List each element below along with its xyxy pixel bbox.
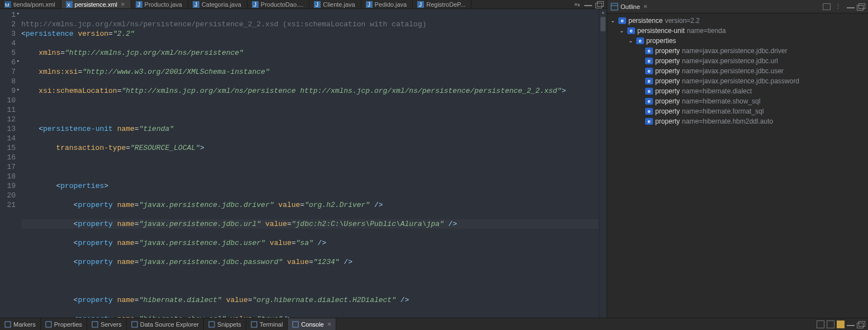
pin-console-icon[interactable] bbox=[817, 320, 824, 328]
element-icon: e bbox=[645, 108, 653, 115]
outline-node[interactable]: eproperty name=javax.persistence.jdbc.us… bbox=[609, 66, 866, 76]
editor-tab-label: Producto.java bbox=[145, 1, 182, 8]
scroll-thumb[interactable] bbox=[600, 17, 605, 31]
editor-tab[interactable]: JPedido.java bbox=[361, 0, 413, 8]
scroll-up-icon[interactable]: ▴ bbox=[599, 9, 607, 17]
chevron-down-icon[interactable]: ⌄ bbox=[618, 27, 625, 34]
outline-node-name: property bbox=[655, 117, 680, 125]
svg-text:X: X bbox=[67, 2, 70, 8]
hint-text: http://xmlns.jcp.org/xml/ns/persistence/… bbox=[21, 20, 427, 29]
svg-rect-24 bbox=[5, 322, 11, 327]
java-file-icon: J bbox=[252, 1, 259, 8]
view-menu-icon[interactable]: ⋮ bbox=[833, 3, 843, 10]
svg-text:J: J bbox=[419, 2, 422, 8]
editor-tab[interactable]: JRegistroDeP... bbox=[413, 0, 471, 8]
minimize-icon[interactable] bbox=[584, 3, 592, 6]
minimize-icon[interactable] bbox=[847, 323, 855, 326]
outline-node[interactable]: eproperty name=javax.persistence.jdbc.ur… bbox=[609, 56, 866, 66]
cons-icon bbox=[292, 321, 299, 328]
outline-node[interactable]: ⌄eproperties bbox=[609, 36, 866, 46]
outline-node[interactable]: ⌄epersistence version=2.2 bbox=[609, 16, 866, 26]
java-file-icon: J bbox=[314, 1, 321, 8]
view-tab-terminal[interactable]: Terminal bbox=[246, 318, 288, 330]
maven-file-icon: M bbox=[4, 1, 11, 8]
view-tab-markers[interactable]: Markers bbox=[0, 318, 41, 330]
minimize-icon[interactable] bbox=[847, 5, 855, 8]
code-editor[interactable]: 1▾ 2 3 4 5 6▾ 7 8 9▾ 10 11 12 13 14 15 1… bbox=[0, 9, 607, 330]
outline-node[interactable]: eproperty name=hibernate.format_sql bbox=[609, 106, 866, 116]
svg-rect-25 bbox=[46, 322, 51, 327]
restore-icon[interactable] bbox=[857, 321, 865, 328]
outline-tree[interactable]: ⌄epersistence version=2.2⌄epersistence-u… bbox=[607, 13, 868, 330]
outline-toolbar-icon[interactable] bbox=[823, 3, 831, 10]
close-icon[interactable]: × bbox=[643, 2, 648, 11]
chevron-down-icon[interactable]: ⌄ bbox=[627, 37, 634, 44]
svg-rect-29 bbox=[251, 322, 257, 327]
view-tab-label: Data Source Explorer bbox=[140, 321, 199, 328]
tree-spacer bbox=[636, 98, 643, 105]
java-file-icon: J bbox=[136, 1, 142, 8]
element-icon: e bbox=[618, 17, 626, 24]
view-tab-properties[interactable]: Properties bbox=[41, 318, 87, 330]
close-icon[interactable]: × bbox=[327, 320, 332, 328]
display-selected-icon[interactable] bbox=[827, 320, 834, 328]
editor-tab[interactable]: JProducto.java bbox=[131, 0, 188, 8]
editor-tab-label: tienda/pom.xml bbox=[13, 1, 55, 8]
gutter: 1▾ 2 3 4 5 6▾ 7 8 9▾ 10 11 12 13 14 15 1… bbox=[0, 9, 19, 330]
editor-tab-label: ProductoDao.... bbox=[261, 1, 303, 8]
close-icon[interactable]: × bbox=[121, 0, 125, 8]
view-tab-label: Console bbox=[301, 321, 323, 328]
view-tab-label: Terminal bbox=[260, 321, 283, 328]
code-body[interactable]: http://xmlns.jcp.org/xml/ns/persistence/… bbox=[19, 9, 607, 330]
open-console-icon[interactable] bbox=[837, 320, 845, 328]
outline-node[interactable]: eproperty name=hibernate.hbm2ddl.auto bbox=[609, 116, 866, 126]
outline-node-detail: name=hibernate.hbm2ddl.auto bbox=[682, 117, 773, 125]
outline-node[interactable]: eproperty name=javax.persistence.jdbc.dr… bbox=[609, 46, 866, 56]
tree-spacer bbox=[636, 88, 643, 95]
element-icon: e bbox=[645, 68, 653, 74]
outline-node-name: properties bbox=[646, 37, 676, 45]
editor-tab-bar: Mtienda/pom.xmlXpersistence.xml×JProduct… bbox=[0, 0, 607, 9]
view-tab-servers[interactable]: Servers bbox=[87, 318, 127, 330]
editor-tab[interactable]: Xpersistence.xml× bbox=[61, 0, 131, 8]
svg-rect-26 bbox=[92, 322, 98, 327]
editor-tab[interactable]: Mtienda/pom.xml bbox=[0, 0, 61, 8]
outline-node-name: persistence bbox=[628, 17, 662, 25]
editor-tab[interactable]: JProductoDao.... bbox=[247, 0, 309, 8]
xml-file-icon: X bbox=[66, 1, 73, 8]
outline-node[interactable]: ⌄epersistence-unit name=tienda bbox=[609, 26, 866, 36]
view-tab-snippets[interactable]: Snippets bbox=[204, 318, 246, 330]
outline-node[interactable]: eproperty name=hibernate.show_sql bbox=[609, 96, 866, 106]
element-icon: e bbox=[645, 48, 653, 54]
snip-icon bbox=[208, 321, 215, 328]
outline-node-detail: name=tienda bbox=[687, 27, 726, 35]
svg-text:M: M bbox=[5, 2, 9, 8]
view-tab-label: Servers bbox=[101, 321, 122, 328]
view-tab-data-source-explorer[interactable]: Data Source Explorer bbox=[127, 318, 204, 330]
editor-tab[interactable]: JCliente.java bbox=[309, 0, 361, 8]
outline-node-name: property bbox=[655, 107, 680, 115]
restore-icon[interactable] bbox=[857, 3, 865, 10]
tabs-overflow[interactable]: »₂ bbox=[574, 1, 580, 8]
element-icon: e bbox=[645, 98, 653, 105]
java-file-icon: J bbox=[193, 1, 199, 8]
element-icon: e bbox=[636, 37, 644, 44]
svg-text:J: J bbox=[368, 2, 370, 8]
outline-node[interactable]: eproperty name=javax.persistence.jdbc.pa… bbox=[609, 76, 866, 86]
outline-node-detail: name=javax.persistence.jdbc.password bbox=[682, 77, 799, 85]
vertical-scrollbar[interactable]: ▴ ▾ bbox=[599, 9, 607, 330]
svg-rect-28 bbox=[209, 322, 214, 327]
outline-node-name: property bbox=[655, 77, 680, 85]
tree-spacer bbox=[636, 118, 643, 125]
java-file-icon: J bbox=[366, 1, 373, 8]
outline-node-detail: name=hibernate.show_sql bbox=[682, 97, 760, 105]
tree-spacer bbox=[636, 78, 643, 84]
restore-icon[interactable] bbox=[595, 1, 603, 8]
view-tab-console[interactable]: Console× bbox=[288, 318, 336, 330]
tree-spacer bbox=[636, 48, 643, 54]
chevron-down-icon[interactable]: ⌄ bbox=[609, 17, 616, 24]
editor-tab-label: RegistroDeP... bbox=[426, 1, 465, 8]
editor-tab[interactable]: JCategoria.java bbox=[188, 0, 247, 8]
view-tab-label: Properties bbox=[54, 321, 82, 328]
outline-node[interactable]: eproperty name=hibernate.dialect bbox=[609, 86, 866, 96]
